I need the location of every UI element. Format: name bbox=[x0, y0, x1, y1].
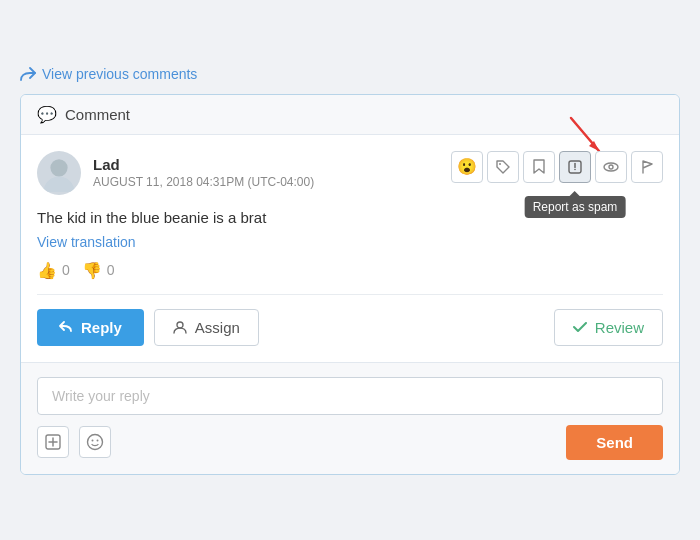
flag-icon bbox=[641, 160, 654, 174]
divider bbox=[37, 294, 663, 295]
author-date: AUGUST 11, 2018 04:31PM (UTC-04:00) bbox=[93, 175, 314, 189]
vote-down-count: 0 bbox=[107, 262, 115, 278]
svg-point-7 bbox=[574, 168, 576, 170]
thumbs-up-icon: 👍 bbox=[37, 261, 57, 280]
reply-bottom-row: Send bbox=[37, 425, 663, 460]
comment-body: Lad AUGUST 11, 2018 04:31PM (UTC-04:00) … bbox=[21, 135, 679, 362]
assign-icon bbox=[173, 320, 187, 334]
author-name: Lad bbox=[93, 156, 314, 173]
reply-label: Reply bbox=[81, 319, 122, 336]
emoji-button[interactable] bbox=[79, 426, 111, 458]
comment-header-title: Comment bbox=[65, 106, 130, 123]
reply-button[interactable]: Reply bbox=[37, 309, 144, 346]
avatar bbox=[37, 151, 81, 195]
smiley-icon bbox=[86, 433, 104, 451]
spam-icon bbox=[568, 160, 582, 174]
author-section: Lad AUGUST 11, 2018 04:31PM (UTC-04:00) bbox=[37, 151, 314, 195]
vote-up-count: 0 bbox=[62, 262, 70, 278]
comment-header-icon: 💬 bbox=[37, 105, 57, 124]
view-previous-link[interactable]: View previous comments bbox=[20, 66, 197, 82]
bookmark-button[interactable] bbox=[523, 151, 555, 183]
reply-bottom-left bbox=[37, 426, 111, 458]
svg-point-8 bbox=[604, 163, 618, 171]
svg-point-4 bbox=[499, 163, 501, 165]
svg-point-10 bbox=[177, 322, 183, 328]
svg-point-14 bbox=[88, 435, 103, 450]
review-button[interactable]: Review bbox=[554, 309, 663, 346]
bookmark-icon bbox=[533, 159, 545, 174]
author-info: Lad AUGUST 11, 2018 04:31PM (UTC-04:00) bbox=[93, 156, 314, 189]
view-previous-label: View previous comments bbox=[42, 66, 197, 82]
check-icon bbox=[573, 322, 587, 333]
reply-icon bbox=[59, 321, 73, 333]
add-image-icon bbox=[45, 434, 61, 450]
assign-label: Assign bbox=[195, 319, 240, 336]
review-label: Review bbox=[595, 319, 644, 336]
send-button[interactable]: Send bbox=[566, 425, 663, 460]
hide-button[interactable] bbox=[595, 151, 627, 183]
comment-card: 💬 Comment Lad AUGUST 11, 2018 04:31PM ( bbox=[20, 94, 680, 475]
action-buttons-row: Reply Assign Review bbox=[37, 309, 663, 346]
share-icon bbox=[20, 67, 36, 81]
comment-top-row: Lad AUGUST 11, 2018 04:31PM (UTC-04:00) … bbox=[37, 151, 663, 195]
outer-container: View previous comments 💬 Comment bbox=[20, 66, 680, 475]
comment-header: 💬 Comment bbox=[21, 95, 679, 135]
svg-point-1 bbox=[50, 159, 67, 176]
action-icons: 😮 bbox=[451, 151, 663, 183]
svg-marker-3 bbox=[589, 141, 599, 151]
reply-section: Send bbox=[21, 362, 679, 474]
reply-input[interactable] bbox=[37, 377, 663, 415]
svg-point-15 bbox=[92, 440, 94, 442]
svg-point-0 bbox=[43, 176, 74, 192]
svg-point-16 bbox=[97, 440, 99, 442]
avatar-image bbox=[40, 154, 78, 192]
tag-button[interactable] bbox=[487, 151, 519, 183]
assign-button[interactable]: Assign bbox=[154, 309, 259, 346]
report-spam-tooltip: Report as spam bbox=[525, 196, 626, 218]
vote-down-item: 👎 0 bbox=[82, 261, 115, 280]
flag-button[interactable] bbox=[631, 151, 663, 183]
add-image-button[interactable] bbox=[37, 426, 69, 458]
report-spam-button[interactable]: Report as spam bbox=[559, 151, 591, 183]
svg-point-9 bbox=[609, 165, 613, 169]
view-translation-link[interactable]: View translation bbox=[37, 234, 136, 250]
action-icons-wrapper: 😮 bbox=[451, 151, 663, 183]
thumbs-down-icon: 👎 bbox=[82, 261, 102, 280]
tag-icon bbox=[496, 160, 510, 174]
emoji-reaction-button[interactable]: 😮 bbox=[451, 151, 483, 183]
vote-row: 👍 0 👎 0 bbox=[37, 261, 663, 280]
vote-up-item: 👍 0 bbox=[37, 261, 70, 280]
hide-icon bbox=[603, 162, 619, 172]
